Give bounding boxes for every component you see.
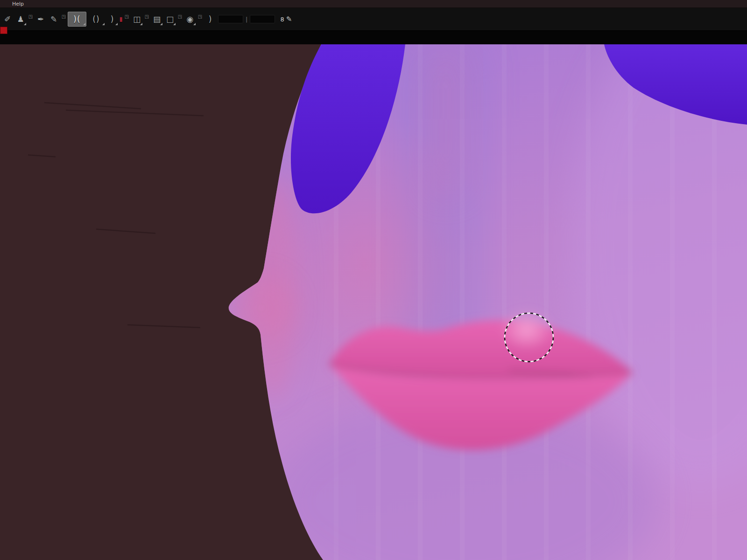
curve-single-tool-icon[interactable]: ) — [106, 12, 118, 26]
mask-red-tool-icon[interactable]: ▮ — [119, 12, 123, 26]
export-badge-icon-1[interactable]: ◳ — [28, 10, 34, 24]
viewport-3d — [0, 44, 747, 560]
toolbar-count-value: 8 — [280, 16, 284, 23]
sculpt-tool-icon[interactable]: ✐ — [1, 12, 14, 26]
toolbar-sub-strip — [0, 31, 747, 45]
edit-count-icon[interactable]: ✎ — [286, 15, 292, 23]
toolbar-field-right[interactable] — [250, 15, 275, 23]
export-badge-icon-4[interactable]: ◳ — [144, 10, 150, 24]
toolbar: ✐ ♟ ◳ ✒ ✎ ◳ )( () ) ▮ ◳ ◫ ◳ ▤ □ ◳ ◉ ◳ ) … — [0, 8, 747, 31]
viewport-canvas[interactable] — [0, 44, 747, 560]
toolbar-separator: | — [246, 16, 247, 23]
export-badge-icon-3[interactable]: ◳ — [124, 10, 130, 24]
display-tool-icon[interactable]: ▤ — [151, 12, 163, 26]
cube-tool-icon[interactable]: ◫ — [131, 12, 143, 26]
menu-bar: Help — [0, 0, 747, 8]
eyedropper-icon[interactable]: ✒ — [35, 12, 47, 26]
pen-icon[interactable]: ✎ — [48, 12, 60, 26]
curve-pinch-tool-icon[interactable]: )( — [68, 12, 86, 27]
stamp-tool-icon[interactable]: ♟ — [14, 12, 27, 26]
curve-inflate-tool-icon[interactable]: () — [87, 12, 105, 26]
brace-tool-icon[interactable]: ) — [204, 12, 216, 26]
toolbar-field-left[interactable] — [218, 15, 243, 23]
camera-tool-icon[interactable]: ◉ — [184, 12, 196, 26]
export-badge-icon-5[interactable]: ◳ — [177, 10, 183, 24]
export-badge-icon-2[interactable]: ◳ — [61, 10, 67, 24]
menu-item-help[interactable]: Help — [7, 1, 28, 7]
paint-3d-app: Help ✐ ♟ ◳ ✒ ✎ ◳ )( () ) ▮ ◳ ◫ ◳ ▤ □ ◳ ◉… — [0, 0, 747, 560]
cube-outline-tool-icon[interactable]: □ — [164, 12, 176, 26]
export-badge-icon-6[interactable]: ◳ — [197, 10, 203, 24]
red-swatch-icon[interactable] — [0, 27, 7, 34]
fresh-paint-highlight — [500, 309, 554, 351]
